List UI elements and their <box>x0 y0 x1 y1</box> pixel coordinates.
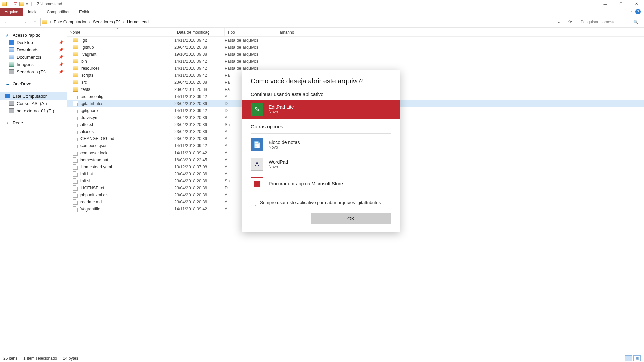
app-option-notepad[interactable]: 📄 Bloco de notas Novo <box>242 135 400 155</box>
tab-home[interactable]: Início <box>23 8 42 16</box>
file-name: after.sh <box>80 122 94 127</box>
tab-view[interactable]: Exibir <box>74 8 94 16</box>
file-name: Homestead.yaml <box>80 165 112 169</box>
always-use-label: Sempre usar este aplicativo para abrir a… <box>260 200 381 205</box>
folder-icon <box>19 2 24 6</box>
folder-icon <box>73 87 78 92</box>
file-date: 23/04/2018 20:38 <box>174 45 225 50</box>
sidebar-drive-a[interactable]: ConsultASI (A:) <box>0 100 67 107</box>
file-row[interactable]: .github23/04/2018 20:38Pasta de arquivos <box>67 44 644 51</box>
file-icon <box>73 143 78 148</box>
help-icon[interactable]: ? <box>635 9 641 14</box>
file-icon <box>73 101 78 106</box>
qat-checkbox-icon[interactable]: ☑ <box>14 2 17 6</box>
sidebar-item-downloads[interactable]: Downloads📌 <box>0 46 67 53</box>
sidebar-quick-access[interactable]: ★Acesso rápido <box>0 31 67 39</box>
breadcrumb[interactable]: › Este Computador › Servidores (Z:) › Ho… <box>40 18 564 26</box>
file-date: 14/11/2018 09:42 <box>174 94 225 99</box>
search-icon: 🔍 <box>633 20 638 24</box>
maximize-button[interactable]: ☐ <box>613 0 629 8</box>
file-name: .github <box>81 45 94 50</box>
app-name: EditPad Lite <box>269 104 294 110</box>
file-date: 14/11/2018 09:42 <box>174 66 225 71</box>
file-name: LICENSE.txt <box>80 186 104 190</box>
close-button[interactable]: ✕ <box>629 0 644 8</box>
back-button[interactable]: ← <box>3 18 11 26</box>
view-details-button[interactable]: ☰ <box>625 355 632 361</box>
refresh-button[interactable]: ⟳ <box>566 18 575 26</box>
file-type: Pasta de arquivos <box>225 52 275 57</box>
sidebar-onedrive[interactable]: ☁OneDrive <box>0 80 67 87</box>
file-name: homestead.bat <box>80 158 108 162</box>
tab-share[interactable]: Compartilhar <box>42 8 74 16</box>
file-row[interactable]: bin14/11/2018 09:42Pasta de arquivos <box>67 58 644 65</box>
dialog-title: Como você deseja abrir este arquivo? <box>242 70 400 90</box>
folder-icon <box>73 38 78 42</box>
chevron-right-icon: › <box>89 20 90 24</box>
app-option-wordpad[interactable]: A WordPad Novo <box>242 155 400 174</box>
expand-ribbon-icon[interactable]: ⌄ <box>630 9 633 13</box>
sidebar-thispc[interactable]: Este Computador <box>0 92 67 100</box>
forward-button[interactable]: → <box>12 18 20 26</box>
open-with-dialog: Como você deseja abrir este arquivo? Con… <box>241 70 400 232</box>
file-date: 23/04/2018 20:36 <box>174 200 225 204</box>
sidebar-network[interactable]: 🖧Rede <box>0 119 67 126</box>
app-option-store[interactable]: Procurar um app na Microsoft Store <box>242 174 400 193</box>
breadcrumb-item[interactable]: Homestead <box>126 20 150 24</box>
file-date: 23/04/2018 20:36 <box>174 136 225 141</box>
up-button[interactable]: ↑ <box>31 18 39 26</box>
app-name: WordPad <box>269 159 288 165</box>
tab-file[interactable]: Arquivo <box>0 8 23 16</box>
column-type[interactable]: Tipo <box>225 28 275 36</box>
folder-icon <box>73 66 78 70</box>
window-title: Z:\Homestead <box>37 2 62 6</box>
always-use-checkbox[interactable] <box>251 201 256 206</box>
sidebar-drive-e[interactable]: hd_externo_01 (E:) <box>0 107 67 114</box>
file-row[interactable]: .git14/11/2018 09:42Pasta de arquivos <box>67 37 644 44</box>
status-size: 14 bytes <box>63 356 78 361</box>
chevron-right-icon: › <box>50 20 51 24</box>
breadcrumb-dropdown[interactable]: ⌄ <box>557 20 562 24</box>
folder-icon <box>73 80 78 84</box>
breadcrumb-item[interactable]: Este Computador <box>52 20 88 24</box>
file-icon <box>73 129 78 134</box>
view-large-button[interactable]: ▦ <box>633 355 641 361</box>
status-selected: 1 item selecionado <box>23 356 57 361</box>
file-date: 14/11/2018 09:42 <box>174 59 225 64</box>
file-name: init.sh <box>80 179 92 183</box>
file-row[interactable]: .vagrant19/10/2018 09:38Pasta de arquivo… <box>67 51 644 58</box>
column-name[interactable]: Nome▲ <box>67 28 174 36</box>
sidebar-item-servers[interactable]: Servidores (Z:)📌 <box>0 68 67 75</box>
file-name: composer.lock <box>80 150 107 155</box>
file-name: .git <box>81 38 87 43</box>
file-name: .editorconfig <box>80 94 103 99</box>
file-name: phpunit.xml.dist <box>80 193 110 197</box>
file-date: 10/12/2018 07:08 <box>174 165 225 169</box>
column-date[interactable]: Data de modificaç... <box>174 28 225 36</box>
column-size[interactable]: Tamanho <box>275 28 312 36</box>
file-date: 23/04/2018 20:38 <box>174 87 225 92</box>
file-name: Vagrantfile <box>80 207 100 212</box>
status-count: 25 itens <box>3 356 17 361</box>
history-dropdown[interactable]: ⌄ <box>21 18 30 26</box>
file-icon <box>73 164 78 170</box>
sidebar-item-documents[interactable]: Documentos📌 <box>0 53 67 61</box>
folder-icon <box>73 73 78 77</box>
store-icon <box>251 177 263 190</box>
minimize-button[interactable]: — <box>598 0 613 8</box>
file-name: bin <box>81 59 87 64</box>
file-date: 23/04/2018 20:36 <box>174 122 225 127</box>
search-input[interactable]: Pesquisar Homeste... 🔍 <box>578 18 641 26</box>
file-icon <box>73 178 78 184</box>
file-icon <box>73 199 78 205</box>
file-date: 16/08/2018 22:45 <box>174 158 225 162</box>
folder-icon <box>42 20 47 24</box>
file-name: aliases <box>80 129 94 134</box>
file-name: init.bat <box>80 172 93 176</box>
sidebar-item-images[interactable]: Imagens📌 <box>0 61 67 68</box>
breadcrumb-item[interactable]: Servidores (Z:) <box>92 20 122 24</box>
ok-button[interactable]: OK <box>311 213 391 224</box>
app-option-editpad[interactable]: ✎ EditPad Lite Novo <box>242 100 400 119</box>
folder-icon <box>73 52 78 56</box>
sidebar-item-desktop[interactable]: Desktop📌 <box>0 39 67 46</box>
